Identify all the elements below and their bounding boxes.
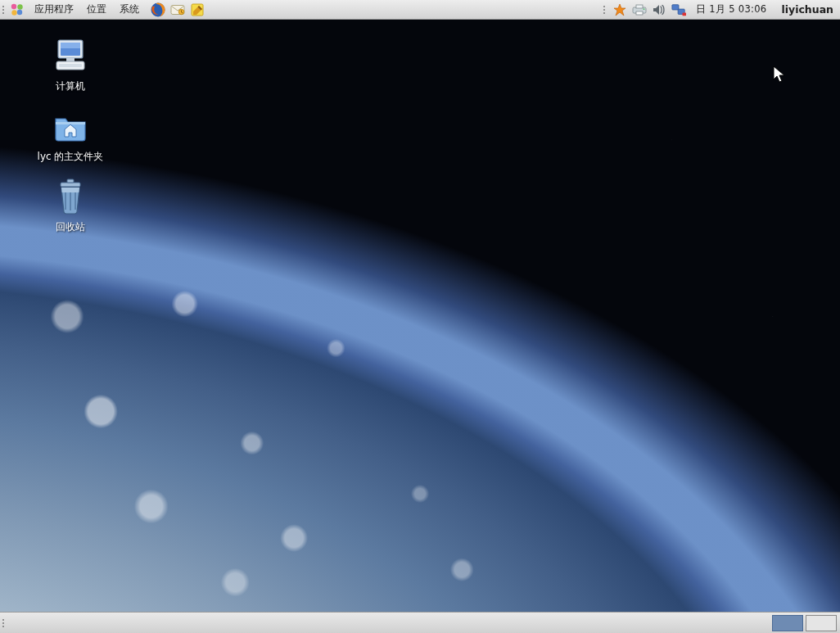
distributor-logo-icon: [9, 2, 25, 18]
svg-rect-18: [61, 43, 80, 48]
menu-system[interactable]: 系统: [113, 0, 146, 19]
home-label: lyc 的主文件夹: [35, 149, 106, 165]
top-panel: 应用程序 位置 系统: [0, 0, 840, 20]
svg-rect-21: [59, 64, 82, 67]
notes-icon: [189, 2, 205, 18]
network-tray-icon[interactable]: [671, 2, 686, 17]
svg-point-12: [644, 8, 645, 10]
svg-rect-13: [672, 4, 679, 9]
printer-tray-icon[interactable]: [632, 2, 647, 17]
svg-marker-8: [614, 4, 625, 16]
menu-applications-label: 应用程序: [34, 2, 74, 16]
firefox-icon: [150, 2, 166, 18]
home-folder-icon: [51, 106, 90, 146]
username-label: liyichuan: [781, 3, 833, 16]
computer-label: 计算机: [53, 79, 88, 94]
user-switcher[interactable]: liyichuan: [776, 3, 833, 16]
mail-icon: [169, 2, 186, 18]
panel-grip-bottom[interactable]: [0, 613, 7, 633]
notes-launcher[interactable]: [188, 1, 206, 19]
svg-rect-11: [636, 11, 643, 15]
svg-rect-19: [66, 58, 75, 61]
mail-launcher[interactable]: [169, 1, 187, 19]
bottom-panel: [0, 612, 840, 633]
update-notifier-icon[interactable]: [612, 2, 627, 17]
panel-right: 日 1月 5 03:06 liyichuan: [601, 0, 840, 19]
svg-rect-23: [67, 179, 74, 183]
clock-text: 日 1月 5 03:06: [696, 3, 766, 15]
workspace-switcher: [769, 613, 840, 633]
panel-grip[interactable]: [0, 0, 7, 19]
desktop-icon-home[interactable]: lyc 的主文件夹: [29, 106, 111, 165]
panel-clock[interactable]: 日 1月 5 03:06: [691, 3, 771, 16]
workspace-2[interactable]: [806, 615, 837, 631]
trash-icon: [51, 177, 90, 216]
volume-tray-icon[interactable]: [652, 2, 666, 17]
menu-applications[interactable]: 应用程序: [28, 0, 80, 19]
svg-point-1: [17, 4, 22, 9]
desktop-area[interactable]: 计算机 lyc 的主文件夹 回收站: [0, 20, 840, 612]
tray-grip[interactable]: [601, 0, 607, 19]
desktop-icon-computer[interactable]: 计算机: [29, 36, 111, 94]
svg-rect-15: [683, 12, 687, 16]
menu-places[interactable]: 位置: [80, 0, 113, 19]
trash-label: 回收站: [53, 219, 88, 235]
quick-launchers: [146, 0, 206, 19]
svg-point-3: [17, 9, 22, 14]
system-tray: [612, 2, 686, 17]
svg-point-0: [11, 3, 16, 8]
svg-point-2: [11, 10, 16, 15]
svg-rect-22: [61, 183, 80, 187]
svg-rect-10: [636, 5, 643, 8]
workspace-1[interactable]: [772, 615, 803, 631]
firefox-launcher[interactable]: [149, 1, 167, 19]
menu-places-label: 位置: [87, 2, 106, 16]
panel-left: 应用程序 位置 系统: [7, 0, 206, 19]
desktop-icon-trash[interactable]: 回收站: [29, 177, 111, 235]
computer-icon: [51, 36, 90, 75]
menu-system-label: 系统: [120, 2, 139, 16]
